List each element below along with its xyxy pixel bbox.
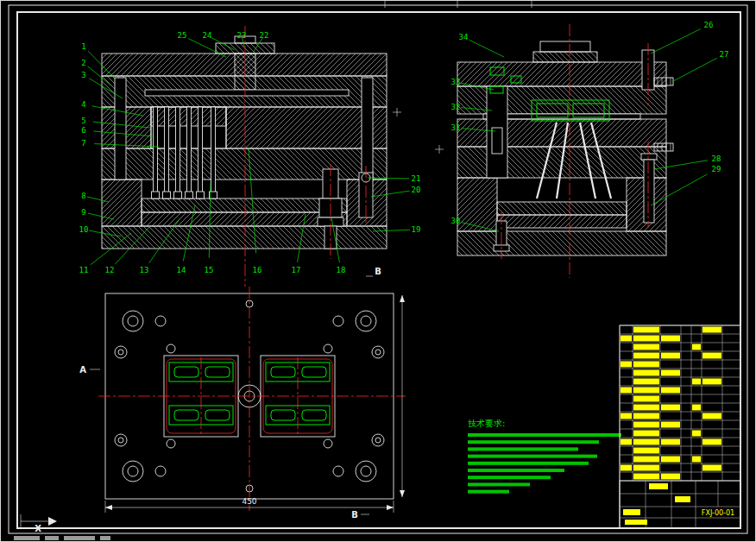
- callout-10: 10: [79, 225, 89, 234]
- callout-30: 30: [451, 217, 461, 225]
- bom-cell-highlight: [661, 457, 680, 463]
- side-section-view: [457, 24, 673, 278]
- front-section-view: [102, 26, 387, 287]
- callout-8: 8: [81, 192, 85, 200]
- bom-cell-highlight: [633, 370, 659, 376]
- ucs-icon: X: [21, 514, 57, 533]
- callout-2: 2: [81, 59, 85, 67]
- tech-requirement-line: [468, 490, 509, 494]
- mold-assembly-drawing: 450 A B B 技术要求:: [0, 0, 756, 542]
- bom-cell-highlight: [633, 396, 659, 402]
- callout-4: 4: [81, 100, 85, 109]
- callout-21: 21: [412, 174, 421, 183]
- callout-25: 25: [178, 31, 187, 40]
- bom-cell-highlight: [702, 465, 721, 471]
- bom-cell-highlight: [702, 379, 721, 385]
- bom-cell-highlight: [633, 465, 659, 471]
- bom-cell-highlight: [661, 474, 680, 480]
- bom-cell-highlight: [633, 344, 659, 350]
- plan-width-dimension: 450: [242, 497, 256, 506]
- bom-cell-highlight: [633, 422, 659, 428]
- tech-requirement-line: [468, 440, 599, 444]
- section-label-b-top: B: [375, 267, 381, 276]
- callout-14: 14: [177, 266, 186, 274]
- bom-cell-highlight: [621, 413, 632, 419]
- title-block: FXJ-00-01: [620, 481, 740, 528]
- section-label-b-bottom: B: [351, 510, 358, 520]
- callout-27: 27: [720, 50, 729, 59]
- bom-cell-highlight: [661, 422, 680, 428]
- callout-5: 5: [81, 117, 85, 125]
- tech-requirement-line: [468, 462, 589, 465]
- callout-24: 24: [203, 31, 212, 40]
- callout-6: 6: [81, 126, 85, 135]
- callout-22: 22: [260, 31, 269, 40]
- bom-cell-highlight: [633, 405, 659, 411]
- callout-31: 31: [451, 123, 461, 132]
- bom-cell-highlight: [661, 370, 680, 376]
- bom-cell-highlight: [633, 336, 659, 342]
- callout-12: 12: [105, 266, 115, 274]
- ucs-x-label: X: [35, 524, 41, 533]
- cad-drawing-canvas[interactable]: 450 A B B 技术要求:: [0, 0, 756, 542]
- bom-cell-highlight: [661, 336, 680, 342]
- bom-cell-highlight: [692, 344, 701, 350]
- tech-requirement-line: [468, 433, 621, 437]
- callout-13: 13: [140, 266, 149, 274]
- bom-cell-highlight: [621, 439, 632, 445]
- tech-requirement-line: [468, 482, 530, 486]
- callout-leader-34: [469, 40, 504, 57]
- callout-16: 16: [253, 266, 262, 274]
- guide-pillar-right: [362, 78, 373, 180]
- bom-cell-highlight: [633, 439, 659, 445]
- callout-3: 3: [81, 71, 85, 79]
- callout-7: 7: [81, 139, 85, 148]
- callout-9: 9: [81, 208, 85, 217]
- bom-cell-highlight: [692, 431, 701, 437]
- callout-leader-26: [651, 29, 701, 54]
- callout-17: 17: [292, 266, 301, 274]
- bom-cell-highlight: [692, 457, 701, 463]
- command-line-fragment: [14, 536, 110, 540]
- callout-11: 11: [79, 266, 89, 274]
- bom-cell-highlight: [633, 353, 659, 359]
- bom-cell-highlight: [702, 353, 721, 359]
- tech-requirements: 技术要求:: [468, 419, 621, 494]
- bom-cell-highlight: [633, 474, 659, 480]
- x-axis-arrow: [48, 517, 57, 526]
- callout-1: 1: [81, 42, 85, 51]
- bom-cell-highlight: [621, 336, 632, 342]
- callout-26: 26: [704, 21, 714, 29]
- bom-table: FXJ-00-01: [620, 325, 740, 528]
- tech-requirement-line: [468, 455, 597, 458]
- section-label-a-left: A: [79, 365, 86, 375]
- callout-34: 34: [459, 33, 469, 41]
- bom-cell-highlight: [702, 439, 721, 445]
- callout-29: 29: [712, 165, 721, 173]
- tech-requirement-line: [468, 476, 551, 479]
- bom-cell-highlight: [702, 327, 721, 333]
- callout-28: 28: [712, 154, 721, 163]
- callout-15: 15: [205, 266, 214, 274]
- bom-cell-highlight: [633, 327, 659, 333]
- bom-cell-highlight: [633, 388, 659, 394]
- bom-grid: [620, 325, 740, 481]
- callout-23: 23: [237, 31, 247, 40]
- bom-cell-highlight: [661, 388, 680, 394]
- bom-cell-highlight: [633, 457, 659, 463]
- bom-cell-highlight: [621, 362, 632, 368]
- bom-cell-highlight: [633, 448, 659, 454]
- bom-cell-highlight: [621, 465, 632, 471]
- callout-18: 18: [337, 266, 346, 274]
- bom-cell-highlight: [633, 379, 659, 385]
- bom-cell-highlight: [633, 413, 659, 419]
- bom-cell-highlight: [661, 353, 680, 359]
- tech-requirement-line: [468, 469, 564, 472]
- callout-19: 19: [412, 225, 421, 234]
- bom-cell-highlight: [661, 439, 680, 445]
- drawing-number: FXJ-00-01: [702, 509, 734, 517]
- bom-cell-highlight: [702, 413, 721, 419]
- bom-cell-highlight: [692, 405, 701, 411]
- tech-requirements-lines: [468, 433, 621, 494]
- tech-requirements-title: 技术要求:: [468, 419, 505, 428]
